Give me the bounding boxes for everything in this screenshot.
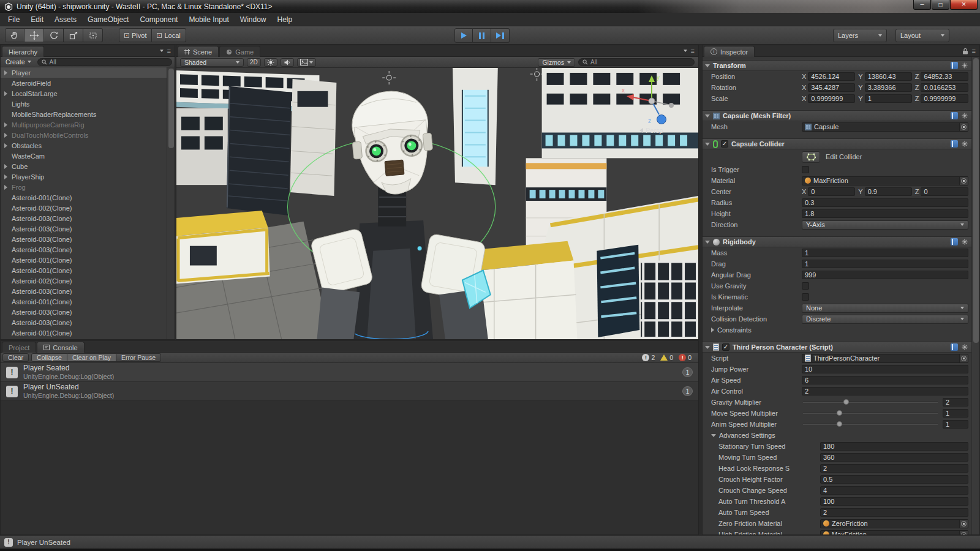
console-log-entry[interactable]: Player UnSeated UnityEngine.Debug:Log(Ob… — [1, 382, 698, 401]
help-icon[interactable] — [951, 140, 958, 148]
high-friction-object-field[interactable]: MaxFriction — [820, 530, 968, 535]
hierarchy-item[interactable]: LocalStarLarge — [1, 88, 167, 99]
property-field[interactable]: 0.5 — [820, 475, 968, 484]
hierarchy-scrollbar[interactable] — [167, 67, 175, 339]
status-bar[interactable]: Player UnSeated — [0, 535, 980, 549]
hierarchy-item[interactable]: Asteroid-003(Clone) — [1, 244, 167, 255]
disclosure-triangle-icon[interactable] — [4, 91, 10, 96]
move-speed-multiplier-field[interactable]: 1 — [943, 409, 968, 418]
scene-search-input[interactable]: All — [578, 58, 695, 66]
lock-icon[interactable] — [962, 48, 968, 54]
property-field[interactable]: 6 — [802, 376, 968, 384]
gear-icon[interactable] — [961, 112, 968, 119]
collision-detection-dropdown[interactable]: Discrete — [802, 315, 968, 324]
center-x-field[interactable]: 0 — [808, 187, 855, 196]
hierarchy-item[interactable]: Asteroid-003(Clone) — [1, 307, 167, 317]
object-picker-icon[interactable] — [959, 123, 968, 131]
hierarchy-item[interactable]: AsteroidField — [1, 78, 167, 88]
gear-icon[interactable] — [961, 140, 968, 148]
menu-item[interactable]: Edit — [25, 13, 49, 26]
hierarchy-item[interactable]: Frog — [1, 182, 167, 192]
gear-icon[interactable] — [961, 343, 968, 351]
help-icon[interactable] — [951, 112, 958, 119]
position-z-field[interactable]: 64852.33 — [921, 72, 968, 81]
panel-menu-icon[interactable]: ≡ — [972, 48, 976, 54]
menu-item[interactable]: File — [2, 13, 25, 26]
hierarchy-item[interactable]: WasteCam — [1, 151, 167, 161]
foldout-icon[interactable] — [705, 114, 710, 118]
error-pause-button[interactable]: Error Pause — [116, 353, 161, 362]
step-button[interactable] — [491, 28, 510, 43]
scale-z-field[interactable]: 0.9999999 — [921, 94, 968, 103]
axis-z-label[interactable]: z — [648, 118, 651, 124]
rotation-x-field[interactable]: 345.4287 — [808, 83, 855, 92]
foldout-icon[interactable] — [705, 241, 710, 244]
object-picker-icon[interactable] — [959, 177, 968, 185]
gravity-multiplier-field[interactable]: 2 — [943, 398, 968, 407]
menu-item[interactable]: GameObject — [82, 13, 134, 26]
drag-field[interactable]: 1 — [802, 260, 968, 268]
hierarchy-item[interactable]: Asteroid-001(Clone) — [1, 255, 167, 265]
info-count[interactable]: 2 — [642, 354, 655, 361]
scrollbar-thumb[interactable] — [973, 58, 979, 343]
minimize-button[interactable] — [913, 0, 931, 10]
foldout-icon[interactable] — [711, 328, 714, 332]
property-field[interactable]: 4 — [820, 486, 968, 495]
transform-header[interactable]: Transform — [703, 60, 971, 71]
disclosure-triangle-icon[interactable] — [4, 133, 10, 138]
hierarchy-item[interactable]: Asteroid-002(Clone) — [1, 276, 167, 286]
layers-dropdown[interactable]: Layers — [833, 29, 887, 42]
position-y-field[interactable]: 13860.43 — [865, 72, 912, 81]
object-picker-icon[interactable] — [959, 520, 968, 528]
advanced-settings-foldout[interactable]: Advanced Settings — [703, 430, 971, 441]
axis-y-label[interactable]: y — [657, 74, 660, 81]
close-button[interactable] — [950, 0, 978, 10]
edit-collider-button[interactable] — [802, 151, 820, 163]
object-picker-icon[interactable] — [959, 354, 968, 362]
property-field[interactable]: 2 — [802, 387, 968, 395]
hierarchy-item[interactable]: MultipurposeCameraRig — [1, 119, 167, 130]
rigidbody-header[interactable]: Rigidbody — [703, 236, 971, 247]
layout-dropdown[interactable]: Layout — [895, 29, 949, 42]
tab-scene[interactable]: Scene — [178, 46, 219, 57]
hierarchy-search-input[interactable]: All — [37, 58, 172, 66]
hierarchy-item[interactable]: Asteroid-001(Clone) — [1, 265, 167, 276]
hierarchy-item[interactable]: Asteroid-001(Clone) — [1, 192, 167, 203]
center-y-field[interactable]: 0.9 — [865, 187, 912, 196]
menu-item[interactable]: Help — [272, 13, 298, 26]
zero-friction-object-field[interactable]: ZeroFriction — [820, 519, 968, 528]
disclosure-triangle-icon[interactable] — [4, 122, 10, 127]
gizmos-dropdown[interactable]: Gizmos — [538, 58, 575, 67]
tab-project[interactable]: Project — [2, 342, 36, 353]
material-object-field[interactable]: MaxFriction — [802, 176, 968, 186]
scene-orientation-gizmo[interactable]: y x z Persp — [621, 72, 682, 138]
script-object-field[interactable]: ThirdPersonCharacter — [802, 354, 968, 363]
effects-dropdown[interactable] — [297, 58, 316, 67]
property-field[interactable]: 360 — [820, 453, 968, 462]
interpolate-dropdown[interactable]: None — [802, 304, 968, 313]
gear-icon[interactable] — [961, 62, 968, 69]
perspective-label[interactable]: Persp — [646, 127, 663, 134]
gear-icon[interactable] — [961, 238, 968, 246]
foldout-icon[interactable] — [705, 64, 710, 67]
hierarchy-item[interactable]: Asteroid-002(Clone) — [1, 203, 167, 213]
angular-drag-field[interactable]: 999 — [802, 271, 968, 279]
slider-thumb[interactable] — [837, 410, 842, 416]
hierarchy-item[interactable]: Asteroid-003(Clone) — [1, 223, 167, 234]
property-field[interactable]: 2 — [820, 508, 968, 517]
hierarchy-item[interactable]: Asteroid-001(Clone) — [1, 296, 167, 307]
lighting-toggle-button[interactable] — [264, 58, 277, 67]
is-kinematic-checkbox[interactable] — [802, 293, 809, 301]
hierarchy-item[interactable]: Lights — [1, 99, 167, 109]
anim-speed-multiplier-field[interactable]: 1 — [943, 420, 968, 429]
slider-thumb[interactable] — [837, 421, 842, 427]
rotation-z-field[interactable]: 0.0166253 — [921, 83, 968, 92]
rect-tool-button[interactable] — [83, 28, 103, 42]
direction-dropdown[interactable]: Y-Axis — [802, 220, 968, 230]
hierarchy-item[interactable]: Asteroid-001(Clone) — [1, 328, 167, 338]
menu-item[interactable]: Mobile Input — [183, 13, 234, 26]
pivot-toggle-button[interactable]: Pivot — [119, 28, 152, 42]
property-field[interactable]: 100 — [820, 497, 968, 506]
gravity-multiplier-slider[interactable] — [803, 399, 938, 406]
is-trigger-checkbox[interactable] — [802, 166, 809, 173]
